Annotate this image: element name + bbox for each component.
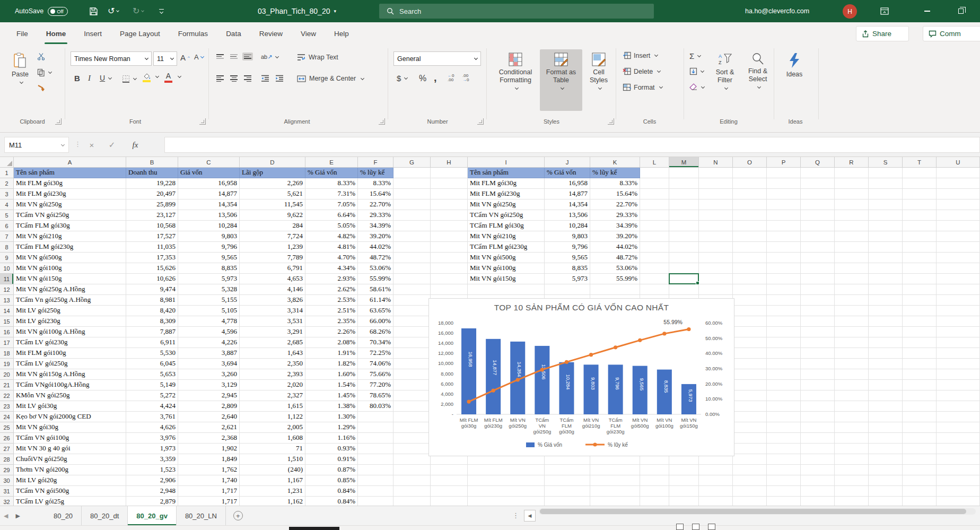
cell-I4[interactable]: Mit VN gói250g <box>468 199 545 210</box>
cell-U8[interactable] <box>937 242 980 253</box>
cell-D5[interactable]: 9,622 <box>240 210 305 221</box>
cell-R4[interactable] <box>835 199 869 210</box>
cell-Q30[interactable] <box>801 475 835 486</box>
cell-J11[interactable]: 5,973 <box>545 274 590 284</box>
cell-C16[interactable]: 4,596 <box>178 327 240 337</box>
cell-A5[interactable]: TCẩm VN gói250g <box>14 210 126 221</box>
row-header-26[interactable]: 26 <box>0 433 14 444</box>
cell-A9[interactable]: Mit VN gói500g <box>14 253 126 263</box>
cell-I8[interactable]: TCẩm FLM gói230g <box>468 242 545 253</box>
cell-Q4[interactable] <box>801 199 835 210</box>
cell-F29[interactable] <box>358 465 393 475</box>
cell-B13[interactable]: 8,981 <box>126 295 178 306</box>
bold-button[interactable]: B <box>74 74 80 83</box>
cell-E5[interactable]: 6.64% <box>305 210 358 221</box>
cell-E10[interactable]: 4.34% <box>305 263 358 274</box>
cell-P11[interactable] <box>767 274 801 284</box>
cell-A21[interactable]: TCẩm VNgói100gA.Hồng <box>14 380 126 390</box>
cell-D4[interactable]: 11,545 <box>240 199 305 210</box>
row-header-7[interactable]: 7 <box>0 231 14 242</box>
cell-O12[interactable] <box>733 284 767 295</box>
styles-dialog-launcher[interactable] <box>608 118 614 125</box>
autosave-toggle[interactable]: AutoSave Off <box>15 0 68 22</box>
cell-R15[interactable] <box>835 316 869 327</box>
sheet-nav-left-button[interactable]: ◀ <box>0 506 12 525</box>
cell-S19[interactable] <box>869 359 903 369</box>
ribbon-tab-home[interactable]: Home <box>37 22 75 45</box>
cell-A20[interactable]: Mit VN gói150g A.Hồng <box>14 369 126 380</box>
cell-U21[interactable] <box>937 380 980 390</box>
cell-Q7[interactable] <box>801 231 835 242</box>
cell-A10[interactable]: Mit VN gói100g <box>14 263 126 274</box>
fill-button[interactable] <box>689 67 704 75</box>
cell-E30[interactable]: 0.85% <box>305 475 358 486</box>
cell-O13[interactable] <box>733 295 767 306</box>
cell-P24[interactable] <box>767 412 801 422</box>
cell-A25[interactable]: Mit VN gói30g <box>14 422 126 433</box>
column-header-E[interactable]: E <box>305 157 358 168</box>
number-dialog-launcher[interactable] <box>477 118 484 125</box>
cell-C5[interactable]: 13,506 <box>178 210 240 221</box>
cell-J1[interactable]: % Giá vốn <box>545 168 590 178</box>
cell-D30[interactable]: 1,167 <box>240 475 305 486</box>
cell-C24[interactable]: 2,640 <box>178 412 240 422</box>
column-header-A[interactable]: A <box>14 157 126 168</box>
cell-N12[interactable] <box>699 284 733 295</box>
cell-U16[interactable] <box>937 327 980 337</box>
cell-N2[interactable] <box>699 178 733 189</box>
borders-button[interactable] <box>122 75 136 83</box>
cell-C25[interactable]: 2,621 <box>178 422 240 433</box>
sheet-tab-80_20_LN[interactable]: 80_20_LN <box>177 506 226 525</box>
cell-Q24[interactable] <box>801 412 835 422</box>
sheet-nav-right-button[interactable]: ▶ <box>12 506 23 525</box>
cell-L9[interactable] <box>640 253 669 263</box>
cell-G27[interactable] <box>393 444 431 454</box>
column-header-M[interactable]: M <box>669 157 699 168</box>
cell-U1[interactable] <box>937 168 980 178</box>
cell-C22[interactable]: 2,945 <box>178 390 240 401</box>
cell-R6[interactable] <box>835 221 869 231</box>
cell-H3[interactable] <box>431 189 468 199</box>
cell-F17[interactable]: 70.34% <box>358 337 393 348</box>
cell-J4[interactable]: 14,354 <box>545 199 590 210</box>
cell-A14[interactable]: Mit LV gói250g <box>14 306 126 316</box>
cell-A26[interactable]: TCẩm VN gói100g <box>14 433 126 444</box>
cell-E26[interactable]: 1.16% <box>305 433 358 444</box>
cell-I5[interactable]: TCẩm VN gói250g <box>468 210 545 221</box>
cell-P31[interactable] <box>767 486 801 497</box>
cell-T22[interactable] <box>903 390 937 401</box>
cut-button[interactable] <box>37 53 45 60</box>
cell-G8[interactable] <box>393 242 431 253</box>
cell-E2[interactable]: 8.33% <box>305 178 358 189</box>
cell-R9[interactable] <box>835 253 869 263</box>
cell-E32[interactable]: 0.84% <box>305 497 358 506</box>
fill-color-button[interactable] <box>142 73 151 82</box>
cell-Q10[interactable] <box>801 263 835 274</box>
cell-U4[interactable] <box>937 199 980 210</box>
cell-H8[interactable] <box>431 242 468 253</box>
cell-J30[interactable] <box>545 475 590 486</box>
cell-T3[interactable] <box>903 189 937 199</box>
cell-J2[interactable]: 16,958 <box>545 178 590 189</box>
cell-C30[interactable]: 1,740 <box>178 475 240 486</box>
cell-A12[interactable]: Mit VN gói250g A.Hồng <box>14 284 126 295</box>
cell-Q14[interactable] <box>801 306 835 316</box>
insert-function-button[interactable]: fx <box>127 137 143 153</box>
percent-style-button[interactable]: % <box>419 74 426 83</box>
cell-P13[interactable] <box>767 295 801 306</box>
cell-U13[interactable] <box>937 295 980 306</box>
cell-N8[interactable] <box>699 242 733 253</box>
cell-R11[interactable] <box>835 274 869 284</box>
save-button[interactable] <box>89 0 98 22</box>
cell-F16[interactable]: 68.26% <box>358 327 393 337</box>
cell-F13[interactable]: 61.14% <box>358 295 393 306</box>
cell-D17[interactable]: 2,685 <box>240 337 305 348</box>
name-box[interactable]: M11 <box>4 137 69 153</box>
cell-Q9[interactable] <box>801 253 835 263</box>
cell-G31[interactable] <box>393 486 431 497</box>
cell-E28[interactable]: 0.91% <box>305 454 358 465</box>
cell-Q8[interactable] <box>801 242 835 253</box>
cell-K31[interactable] <box>590 486 640 497</box>
cell-B30[interactable]: 2,906 <box>126 475 178 486</box>
cell-S10[interactable] <box>869 263 903 274</box>
